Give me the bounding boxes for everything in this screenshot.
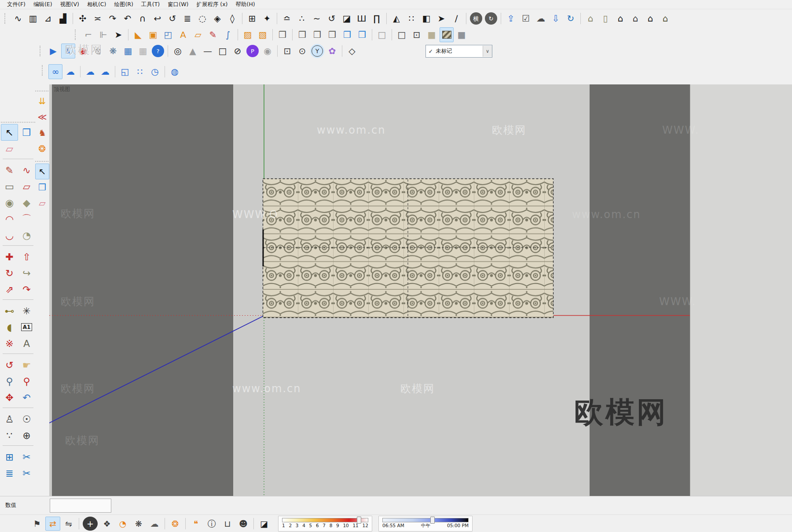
cart-icon[interactable]: ⊔ — [220, 517, 235, 531]
cabinet-icon[interactable]: ▯ — [598, 11, 612, 26]
line-sample-icon[interactable]: — — [201, 44, 215, 58]
line-pencil-icon[interactable]: ✎ — [1, 162, 18, 179]
trapezoid-erase-icon[interactable]: ▱ — [191, 27, 205, 42]
menu-x[interactable]: 扩展程序 (x) — [193, 0, 231, 9]
scale-icon[interactable]: ⇗ — [1, 281, 18, 298]
select-curve-icon[interactable]: ➤ — [111, 27, 125, 42]
curve-arrow-up-icon[interactable]: ↶ — [121, 11, 135, 26]
orbit-icon[interactable]: ↺ — [1, 357, 18, 373]
swatch-fan-icon[interactable]: ◔ — [115, 517, 130, 531]
rotate-icon[interactable]: ↻ — [1, 265, 18, 281]
tag-dropdown-button[interactable]: ∨ — [483, 46, 492, 57]
house-dormer-icon[interactable]: ⌂ — [628, 11, 642, 26]
text-3d-icon[interactable]: A — [18, 335, 35, 352]
wireframe-cube-icon[interactable]: □ — [395, 27, 409, 42]
capture-region-icon[interactable]: ◱ — [118, 64, 132, 79]
camera-inactive-icon[interactable]: ◉ — [260, 44, 275, 58]
box-pick-icon[interactable]: ⊞ — [245, 11, 259, 26]
menu-w[interactable]: 窗口(W) — [164, 0, 192, 9]
model-canvas[interactable] — [49, 84, 690, 496]
time-slider-track[interactable] — [382, 518, 469, 522]
menu-t[interactable]: 工具(T) — [138, 0, 163, 9]
profile-edge-icon[interactable]: ⌐ — [81, 27, 95, 42]
bead-chain-icon[interactable]: ∴ — [295, 11, 309, 26]
shield-material-icon[interactable]: ❖ — [99, 517, 114, 531]
arc-3pt-icon[interactable]: ⌒ — [18, 211, 35, 227]
leaf-drop-icon[interactable]: ✦ — [260, 11, 274, 26]
month-slider-track[interactable] — [282, 518, 368, 522]
monochrome-cube-icon[interactable]: ■ — [455, 27, 469, 42]
turn-compass-icon[interactable]: ⊕ — [18, 427, 35, 444]
layer-manage-icon[interactable]: ≣ — [1, 465, 18, 481]
compass-north-icon[interactable]: ➤ — [434, 11, 448, 26]
loop-back-icon[interactable]: ↩ — [150, 11, 165, 26]
house-frame-icon[interactable]: ⌂ — [643, 11, 657, 26]
stack-planes-icon[interactable]: ≣ — [180, 11, 194, 26]
zoom-extents-icon[interactable]: ✥ — [1, 389, 18, 406]
broom-icon[interactable]: ∕ — [449, 11, 463, 26]
record-icon[interactable]: ◉ — [76, 44, 90, 58]
om-gears-icon[interactable]: ❂ — [35, 141, 49, 157]
toolbar-grip[interactable] — [40, 46, 43, 56]
stairs-icon[interactable]: ⊿ — [41, 11, 55, 26]
play-icon[interactable]: ▶ — [46, 44, 60, 58]
rect-region-icon[interactable]: □ — [216, 44, 230, 58]
pause-icon[interactable]: Ⅱ — [61, 44, 75, 58]
shadow-time-slider[interactable]: 06:55 AM 中午 05:00 PM — [378, 516, 473, 532]
camera-transfer-icon[interactable]: ⇋ — [61, 517, 76, 531]
dimension-text-icon[interactable]: A1 — [18, 319, 35, 335]
house-3d-icon[interactable]: ⌂ — [583, 11, 598, 26]
solid-outer-shell-icon[interactable]: ❒ — [295, 27, 309, 42]
scene-wye-icon[interactable]: Y — [312, 45, 323, 57]
point-axes-icon[interactable]: ✳ — [18, 302, 35, 319]
make-component-icon[interactable]: ❒ — [18, 124, 35, 141]
user-icon[interactable]: ☻ — [236, 517, 251, 531]
model-export-icon[interactable]: ⊞ — [1, 448, 18, 465]
rotate-cut-icon[interactable]: ↺ — [165, 11, 180, 26]
flower-settings-icon[interactable]: ✿ — [325, 44, 339, 58]
xray-cube-icon[interactable]: □ — [375, 27, 389, 42]
rotated-rectangle-icon[interactable]: ▱ — [18, 178, 35, 195]
solid-union-icon[interactable]: ❒ — [275, 27, 290, 42]
slope-flag-icon[interactable]: ◪ — [340, 11, 354, 26]
board-eraser-icon[interactable]: ◪ — [257, 517, 271, 531]
menu-c[interactable]: 相机(C) — [84, 0, 110, 9]
solid-subtract-icon[interactable]: ❒ — [325, 27, 339, 42]
tag-dropdown[interactable]: ✓ 未标记 ∨ — [425, 45, 492, 58]
hidden-line-cube-icon[interactable]: ⊡ — [410, 27, 424, 42]
strip-component-icon[interactable]: ❒ — [35, 179, 49, 195]
swirl-icon[interactable]: ↺ — [325, 11, 339, 26]
measurement-input[interactable] — [50, 499, 111, 513]
toolbar-grip[interactable] — [4, 13, 8, 24]
comb-arch-icon[interactable]: ∏ — [370, 11, 384, 26]
browser-globe-icon[interactable]: ◍ — [168, 64, 182, 79]
add-model-icon[interactable]: + — [83, 517, 98, 531]
menu-r[interactable]: 绘图(R) — [110, 0, 136, 9]
toolbar-grip[interactable] — [75, 29, 78, 40]
section-sync-icon[interactable]: ✂ — [18, 448, 35, 465]
freehand-icon[interactable]: ∿ — [18, 162, 35, 179]
textured-cube-icon[interactable] — [440, 27, 454, 42]
cone-light-icon[interactable]: ▲ — [186, 44, 200, 58]
ortho-box-icon[interactable]: ▣ — [146, 27, 160, 42]
menu-v[interactable]: 视图(V) — [57, 0, 83, 9]
tape-measure-icon[interactable]: ⊷ — [1, 302, 18, 319]
render-settings-gear-icon[interactable]: ❋ — [106, 44, 120, 58]
dome-icon[interactable]: ≏ — [280, 11, 294, 26]
cloud-upload-model-icon[interactable]: ☁ — [534, 11, 548, 26]
om-chevrons-icon[interactable]: ≪ — [35, 109, 49, 125]
wave-icon[interactable]: ∼ — [310, 11, 324, 26]
frame-diagonal-icon[interactable]: ▨ — [241, 27, 255, 42]
export-view-icon[interactable]: ⊡ — [280, 44, 294, 58]
dot-grid-icon[interactable]: ∷ — [404, 11, 418, 26]
dot-ring-icon[interactable]: ∷ — [133, 64, 147, 79]
follow-me-icon[interactable]: ↪ — [18, 265, 35, 281]
walk-icon[interactable]: ∵ — [1, 427, 18, 444]
cloud-equal-icon[interactable]: ☁ — [98, 64, 112, 79]
mobile-sync-icon[interactable]: ↻ — [485, 12, 497, 25]
offset-icon[interactable]: ↷ — [18, 281, 35, 298]
spline-arrow-icon[interactable]: ∫ — [221, 27, 235, 42]
zoom-icon[interactable]: ⚲ — [1, 373, 18, 390]
pillar-measure-icon[interactable]: ⊩ — [96, 27, 110, 42]
diamond-pair-icon[interactable]: ◈ — [210, 11, 224, 26]
